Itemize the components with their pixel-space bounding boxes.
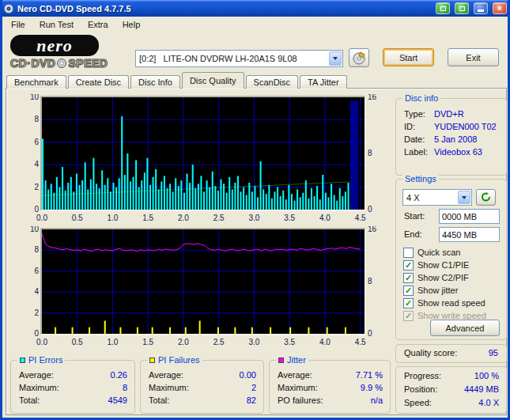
- nero-skin-icon: [440, 6, 446, 11]
- speed-value: 4.0 X: [478, 398, 499, 407]
- checkbox-show-c2-pif[interactable]: ✓Show C2/PIF: [403, 271, 504, 284]
- jitter-maximum-value: 9.9 %: [361, 383, 383, 392]
- drive-select-value: [0:2] LITE-ON DVDRW LH-20A1S 9L08: [136, 51, 328, 66]
- drive-select[interactable]: [0:2] LITE-ON DVDRW LH-20A1S 9L08: [135, 50, 343, 67]
- close-button[interactable]: ×: [493, 2, 507, 14]
- tab-scandisc[interactable]: ScanDisc: [246, 75, 298, 89]
- pif-total-value: 82: [247, 395, 256, 405]
- jitter-maximum-label: Maximum:: [278, 383, 318, 392]
- titlebar-green-button-1[interactable]: [436, 2, 450, 14]
- refresh-icon: [481, 192, 491, 202]
- logo-cddvd-text: CD·DVD: [10, 57, 55, 70]
- disc-date-label: Date:: [404, 134, 425, 144]
- exit-button[interactable]: Exit: [448, 48, 499, 66]
- tab-disc-quality[interactable]: Disc Quality: [182, 72, 244, 89]
- checkbox-label: Quick scan: [417, 248, 460, 257]
- svg-text:2.5: 2.5: [213, 338, 225, 346]
- svg-text:0.5: 0.5: [72, 214, 83, 222]
- disc-id-value: YUDEN000 T02: [434, 122, 497, 131]
- po-failures-label: PO failures:: [278, 395, 323, 405]
- tab-create-disc[interactable]: Create Disc: [68, 75, 129, 89]
- svg-text:4.5: 4.5: [355, 338, 366, 346]
- nero-logo: nero CD·DVD SPEED: [10, 35, 130, 70]
- pi-errors-group: PI Errors Average:0.26 Maximum:8 Total:4…: [10, 360, 135, 414]
- pif-average-value: 0.00: [240, 370, 256, 380]
- svg-text:4: 4: [34, 287, 39, 296]
- settings-title: Settings: [402, 174, 439, 184]
- quality-score-label: Quality score:: [404, 348, 457, 358]
- disc-date-value: 5 Jan 2008: [434, 134, 477, 144]
- quality-score-value: 95: [489, 348, 498, 358]
- svg-text:4: 4: [34, 160, 39, 168]
- titlebar[interactable]: Nero CD-DVD Speed 4.7.7.5 ×: [0, 0, 510, 17]
- menu-extra[interactable]: Extra: [81, 18, 115, 31]
- advanced-button[interactable]: Advanced: [430, 320, 500, 336]
- minimize-button[interactable]: [474, 2, 488, 14]
- svg-text:1.0: 1.0: [108, 338, 119, 346]
- start-position-input[interactable]: [439, 209, 500, 224]
- jitter-chart: 108642016800.00.51.01.52.02.53.03.54.04.…: [26, 226, 380, 346]
- settings-group: Settings 4 X Start: End: Quick scan✓Show…: [395, 179, 507, 340]
- close-icon: ×: [497, 4, 502, 13]
- scan-speed-select[interactable]: 4 X: [402, 189, 472, 206]
- pi-failures-color-icon: [149, 358, 155, 363]
- start-button[interactable]: Start: [383, 48, 434, 66]
- tab-bar: Benchmark Create Disc Disc Info Disc Qua…: [6, 73, 349, 89]
- disc-label-label: Label:: [404, 147, 428, 157]
- menu-file[interactable]: File: [4, 18, 32, 31]
- pi-errors-title: PI Errors: [28, 355, 62, 365]
- end-position-input[interactable]: [439, 227, 500, 242]
- burn-button[interactable]: [349, 48, 369, 67]
- svg-text:16: 16: [368, 94, 377, 101]
- svg-text:3.5: 3.5: [284, 338, 295, 346]
- svg-text:0.0: 0.0: [36, 338, 47, 346]
- pi-errors-chart: 108642016800.00.51.01.52.02.53.03.54.04.…: [26, 94, 380, 222]
- pi-failures-title: PI Failures: [158, 355, 200, 365]
- svg-text:10: 10: [30, 226, 40, 233]
- pi-errors-color-icon: [20, 358, 25, 363]
- svg-text:4.5: 4.5: [355, 214, 366, 222]
- svg-text:10: 10: [30, 94, 40, 101]
- checkbox-label: Show read speed: [417, 298, 485, 308]
- menu-run-test[interactable]: Run Test: [32, 18, 81, 31]
- logo-speed-text: SPEED: [68, 57, 108, 70]
- menu-bar: File Run Test Extra Help: [2, 17, 508, 32]
- svg-text:3.0: 3.0: [248, 214, 259, 222]
- checkbox-show-c1-pie[interactable]: ✓Show C1/PIE: [403, 259, 504, 271]
- svg-text:0: 0: [34, 205, 39, 214]
- pie-average-label: Average:: [19, 370, 54, 380]
- svg-text:0.5: 0.5: [72, 338, 83, 346]
- pif-maximum-label: Maximum:: [149, 383, 189, 392]
- tab-ta-jitter[interactable]: TA Jitter: [300, 75, 347, 89]
- svg-text:6: 6: [34, 267, 39, 275]
- disc-info-group: Disc info Type: DVD+R ID: YUDEN000 T02 D…: [395, 98, 507, 176]
- scan-speed-dropdown-button[interactable]: [458, 191, 470, 204]
- pie-total-label: Total:: [19, 395, 40, 405]
- jitter-average-value: 7.71 %: [356, 370, 383, 380]
- checkmark-icon: ✓: [403, 298, 414, 308]
- checkbox-label: Show jitter: [417, 286, 458, 295]
- tab-benchmark[interactable]: Benchmark: [6, 75, 66, 89]
- svg-text:3.0: 3.0: [248, 338, 259, 346]
- checkbox-quick-scan[interactable]: Quick scan: [403, 246, 504, 259]
- svg-text:0.0: 0.0: [36, 214, 47, 222]
- checkmark-icon: ✓: [403, 273, 414, 283]
- refresh-button[interactable]: [476, 189, 496, 206]
- checkmark-icon: ✓: [403, 311, 414, 321]
- titlebar-green-button-2[interactable]: [455, 2, 469, 14]
- logo-disc-icon: [57, 59, 66, 68]
- jitter-average-label: Average:: [278, 370, 312, 380]
- tab-disc-info[interactable]: Disc Info: [130, 75, 180, 89]
- jitter-color-icon: [278, 358, 284, 363]
- checkbox-show-jitter[interactable]: ✓Show jitter: [403, 284, 504, 297]
- pi-failures-group: PI Failures Average:0.00 Maximum:2 Total…: [140, 360, 264, 414]
- drive-dropdown-button[interactable]: [329, 51, 342, 66]
- svg-text:16: 16: [368, 226, 377, 233]
- progress-label: Progress:: [404, 371, 441, 380]
- checkbox-show-read-speed[interactable]: ✓Show read speed: [403, 297, 504, 309]
- menu-help[interactable]: Help: [115, 18, 148, 31]
- svg-text:3.5: 3.5: [284, 214, 295, 222]
- svg-text:8: 8: [34, 245, 39, 254]
- checkmark-icon: ✓: [403, 260, 414, 271]
- svg-text:8: 8: [34, 115, 39, 123]
